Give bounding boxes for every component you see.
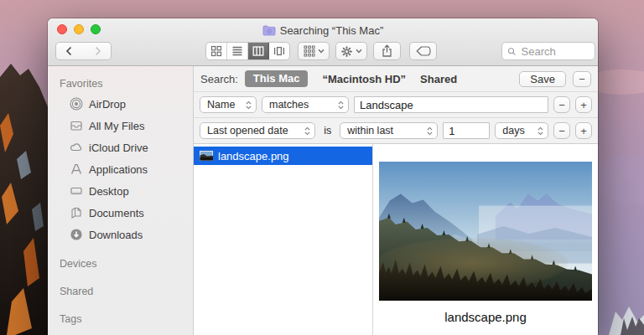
desktop: Searching “This Mac”: [0, 0, 644, 335]
window-body: Favorites AirDrop All My Files: [48, 66, 598, 335]
save-search-button[interactable]: Save: [519, 71, 566, 87]
sidebar: Favorites AirDrop All My Files: [48, 66, 194, 335]
view-mode-segmented-control: [205, 42, 290, 60]
icon-view-icon: [210, 45, 222, 57]
view-list-button[interactable]: [227, 43, 248, 59]
scope-this-mac[interactable]: This Mac: [245, 70, 309, 87]
preview-image: [379, 162, 592, 301]
popup-stepper-icon: [338, 100, 344, 110]
finder-window: Searching “This Mac”: [48, 18, 598, 335]
sidebar-item-label: Desktop: [89, 185, 129, 198]
file-list-column: landscape.png: [194, 144, 373, 335]
popup-value: matches: [269, 99, 309, 111]
popup-value: Name: [207, 99, 235, 111]
filter-connector-label: is: [324, 125, 331, 137]
filter-count-input[interactable]: [443, 122, 490, 139]
filter-row-date: Last opened date is within last days: [194, 118, 598, 144]
coverflow-view-icon: [273, 45, 285, 57]
sidebar-item-documents[interactable]: Documents: [48, 202, 193, 224]
search-scope-bar: Search: This Mac “Macintosh HD” Shared S…: [194, 66, 598, 92]
search-input[interactable]: [520, 44, 589, 59]
filter-attribute-popup[interactable]: Last opened date: [200, 122, 315, 139]
view-coverflow-button[interactable]: [269, 43, 289, 59]
sidebar-tags-header: Tags: [48, 309, 193, 328]
popup-stepper-icon: [538, 126, 543, 136]
filter-unit-popup[interactable]: days: [495, 122, 548, 139]
popup-stepper-icon: [427, 126, 433, 136]
file-row-landscape[interactable]: landscape.png: [194, 147, 372, 165]
filter-row-name: Name matches − +: [194, 92, 598, 118]
tag-icon: [416, 46, 431, 56]
sidebar-item-all-my-files[interactable]: All My Files: [48, 115, 193, 137]
filter-operator-popup[interactable]: within last: [340, 122, 438, 139]
image-thumbnail-icon: [200, 151, 213, 161]
scope-macintosh-hd[interactable]: “Macintosh HD”: [322, 73, 406, 85]
main-pane: Search: This Mac “Macintosh HD” Shared S…: [194, 66, 598, 335]
landscape-preview-art: [379, 162, 592, 301]
action-menu-button[interactable]: [335, 42, 367, 60]
all-my-files-icon: [70, 119, 83, 132]
filter-value-input[interactable]: [354, 96, 548, 113]
back-button[interactable]: [55, 42, 84, 60]
downloads-icon: [70, 228, 83, 241]
applications-icon: [70, 162, 83, 176]
chevron-down-icon: [318, 49, 325, 54]
view-columns-button[interactable]: [248, 43, 269, 59]
filter-attribute-popup[interactable]: Name: [200, 96, 257, 113]
view-icons-button[interactable]: [206, 43, 227, 59]
results-area: landscape.png: [194, 144, 598, 335]
window-chrome: Searching “This Mac”: [48, 18, 598, 66]
share-button[interactable]: [373, 42, 401, 60]
filter-operator-popup[interactable]: matches: [262, 96, 349, 113]
documents-icon: [70, 206, 83, 219]
list-view-icon: [231, 45, 243, 57]
popup-value: days: [502, 125, 524, 137]
minimize-button[interactable]: [74, 24, 84, 34]
remove-search-button[interactable]: −: [573, 71, 591, 87]
popup-stepper-icon: [246, 100, 252, 110]
preview-caption: landscape.png: [444, 310, 527, 324]
sidebar-item-airdrop[interactable]: AirDrop: [48, 93, 193, 115]
icloud-drive-icon: [70, 141, 83, 154]
tag-button[interactable]: [409, 42, 437, 60]
sidebar-item-label: iCloud Drive: [89, 142, 148, 154]
toolbar: [48, 39, 598, 64]
sidebar-item-label: All My Files: [89, 120, 144, 132]
sidebar-item-downloads[interactable]: Downloads: [48, 224, 193, 245]
add-filter-button[interactable]: +: [575, 122, 592, 139]
sidebar-item-icloud-drive[interactable]: iCloud Drive: [48, 137, 193, 158]
file-name: landscape.png: [218, 150, 289, 162]
sidebar-devices-header: Devices: [48, 254, 193, 273]
sidebar-item-label: Downloads: [89, 229, 143, 241]
popup-value: within last: [347, 125, 393, 137]
desktop-icon: [70, 184, 83, 198]
scope-shared[interactable]: Shared: [420, 73, 457, 85]
traffic-lights: [57, 24, 101, 34]
sidebar-shared-header: Shared: [48, 281, 193, 301]
chevron-left-icon: [63, 44, 76, 58]
close-button[interactable]: [57, 24, 67, 34]
title-wrap: Searching “This Mac”: [262, 21, 384, 37]
chevron-down-icon: [356, 49, 362, 54]
smart-folder-icon: [262, 25, 276, 36]
sidebar-item-label: Applications: [89, 163, 148, 176]
arrange-grid-icon: [304, 45, 315, 57]
zoom-button[interactable]: [91, 24, 101, 34]
toolbar-search-field[interactable]: [501, 42, 595, 60]
share-icon: [381, 44, 393, 58]
popup-value: Last opened date: [207, 125, 288, 137]
sidebar-item-label: Documents: [89, 207, 144, 219]
sidebar-item-applications[interactable]: Applications: [48, 158, 193, 180]
arrange-button[interactable]: [298, 42, 330, 60]
sidebar-favorites-header: Favorites: [48, 74, 193, 93]
add-filter-button[interactable]: +: [575, 96, 592, 113]
titlebar: Searching “This Mac”: [48, 18, 598, 39]
remove-filter-button[interactable]: −: [553, 96, 570, 113]
preview-pane: landscape.png: [373, 144, 598, 335]
chevron-right-icon: [91, 44, 104, 58]
sidebar-item-desktop[interactable]: Desktop: [48, 180, 193, 202]
sidebar-item-label: AirDrop: [89, 98, 126, 111]
remove-filter-button[interactable]: −: [553, 122, 570, 139]
forward-button[interactable]: [83, 42, 112, 60]
search-icon: [507, 46, 517, 57]
